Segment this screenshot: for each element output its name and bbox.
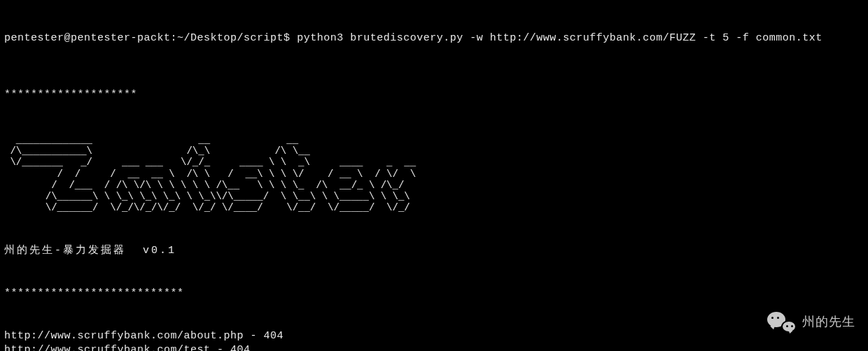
shell-prompt-line[interactable]: pentester@pentester-packt:~/Desktop/scri… (4, 31, 864, 45)
separator-top: ******************** (4, 88, 864, 102)
prompt-cwd: ~/Desktop/script (177, 32, 284, 44)
command-text: python3 brutediscovery.py -w http://www.… (297, 32, 822, 44)
tool-title: 州的先生-暴力发掘器 v0.1 (4, 244, 864, 258)
prompt-user: pentester (4, 32, 64, 44)
results-list: http://www.scruffybank.com/about.php - 4… (4, 329, 864, 351)
prompt-host: pentester-packt (71, 32, 171, 44)
result-line: http://www.scruffybank.com/about.php - 4… (4, 329, 864, 343)
ascii-banner: _____________ __ __ /\___________\ /\_\ … (4, 134, 864, 213)
wechat-icon (767, 312, 797, 331)
blank-line (18, 60, 24, 72)
result-line: http://www.scruffybank.com/test - 404 (4, 343, 864, 351)
terminal-output: pentester@pentester-packt:~/Desktop/scri… (4, 3, 864, 351)
separator-mid: *************************** (4, 287, 864, 301)
watermark: 州的先生 (767, 312, 855, 331)
watermark-text: 州的先生 (802, 313, 855, 330)
